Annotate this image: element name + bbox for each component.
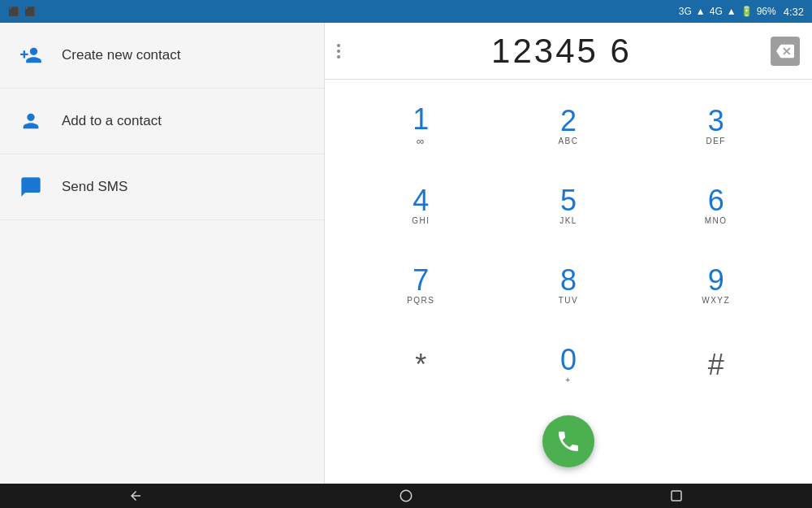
menu-item-create-contact[interactable]: Create new contact — [0, 23, 324, 89]
call-button[interactable] — [542, 415, 594, 467]
status-bar-left: ⬛ ⬛ — [8, 7, 679, 17]
key-8-letters: TUV — [559, 296, 579, 305]
key-4[interactable]: 4 GHI — [349, 167, 493, 243]
key-5-number: 5 — [560, 186, 577, 215]
key-7-letters: PQRS — [407, 296, 434, 305]
key-8-number: 8 — [560, 266, 577, 295]
menu-item-add-contact[interactable]: Add to a contact — [0, 89, 324, 154]
key-5-letters: JKL — [559, 216, 577, 225]
nav-bar — [0, 484, 812, 508]
create-contact-label: Create new contact — [62, 47, 180, 63]
back-button[interactable] — [128, 488, 143, 503]
key-3-number: 3 — [708, 106, 724, 136]
signal-bars: ▲ — [696, 6, 706, 17]
key-2-letters: ABC — [558, 137, 578, 145]
network-4g: 4G — [710, 6, 723, 17]
key-8[interactable]: 8 TUV — [497, 248, 641, 323]
app-icon-2: ⬛ — [24, 7, 36, 17]
svg-rect-1 — [672, 491, 681, 501]
recents-button[interactable] — [669, 488, 684, 503]
key-3-letters: DEF — [706, 137, 726, 145]
key-1-letters: ∞ — [417, 135, 425, 147]
dialer-number-display: 12345 6 — [352, 32, 771, 71]
left-panel: Create new contact Add to a contact Send… — [0, 23, 325, 484]
key-9-letters: WXYZ — [702, 296, 730, 305]
key-6[interactable]: 6 MNO — [644, 167, 788, 243]
call-row — [325, 415, 812, 484]
signal-bars-2: ▲ — [727, 6, 736, 17]
app-icon-1: ⬛ — [8, 7, 19, 17]
home-button[interactable] — [399, 488, 413, 503]
key-2[interactable]: 2 ABC — [497, 88, 641, 163]
status-bar-right: 3G ▲ 4G ▲ 🔋 96% 4:32 — [679, 6, 804, 18]
key-hash[interactable]: # — [644, 328, 788, 403]
dialer-header: 12345 6 — [325, 23, 812, 80]
key-0-number: 0 — [560, 345, 577, 375]
more-options-button[interactable] — [337, 44, 340, 59]
key-9-number: 9 — [708, 266, 724, 295]
key-hash-number: # — [708, 350, 724, 380]
clock: 4:32 — [784, 6, 804, 18]
key-6-letters: MNO — [705, 216, 728, 225]
battery-percent: 96% — [757, 6, 776, 17]
send-sms-label: Send SMS — [62, 179, 127, 195]
person-add-icon — [16, 41, 45, 70]
status-bar: ⬛ ⬛ 3G ▲ 4G ▲ 🔋 96% 4:32 — [0, 0, 812, 23]
key-4-letters: GHI — [412, 216, 430, 225]
key-9[interactable]: 9 WXYZ — [644, 248, 788, 323]
key-6-number: 6 — [708, 186, 724, 215]
key-5[interactable]: 5 JKL — [497, 167, 641, 243]
key-0[interactable]: 0 + — [497, 328, 641, 403]
key-7-number: 7 — [412, 266, 429, 295]
key-4-number: 4 — [412, 186, 429, 215]
main-container: Create new contact Add to a contact Send… — [0, 23, 812, 484]
menu-item-send-sms[interactable]: Send SMS — [0, 154, 324, 220]
key-2-number: 2 — [560, 106, 577, 136]
svg-point-0 — [400, 490, 412, 501]
clear-button[interactable] — [771, 37, 800, 66]
message-icon — [16, 172, 45, 202]
key-star[interactable]: * — [349, 328, 493, 403]
key-0-plus: + — [565, 376, 571, 384]
right-panel: 12345 6 1 ∞ 2 ABC 3 DEF — [325, 23, 812, 484]
keypad: 1 ∞ 2 ABC 3 DEF 4 GHI 5 JKL 6 MNO — [325, 80, 812, 415]
key-7[interactable]: 7 PQRS — [349, 248, 493, 323]
add-contact-label: Add to a contact — [62, 113, 162, 129]
network-3g: 3G — [679, 6, 692, 17]
key-1-number: 1 — [412, 105, 429, 134]
key-3[interactable]: 3 DEF — [644, 88, 788, 163]
key-1[interactable]: 1 ∞ — [349, 88, 493, 163]
key-star-number: * — [415, 350, 426, 380]
battery-icon: 🔋 — [741, 6, 753, 17]
person-icon — [16, 106, 45, 136]
